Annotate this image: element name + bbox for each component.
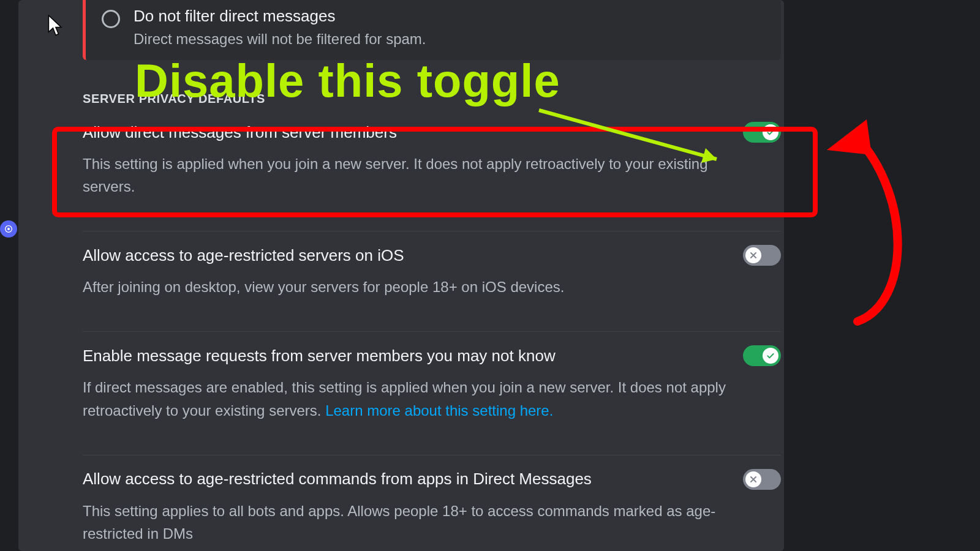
target-icon: [4, 224, 13, 234]
svg-marker-4: [827, 119, 872, 155]
setting-allow-dm-server-members: Allow direct messages from server member…: [83, 122, 781, 217]
server-rail: [0, 0, 18, 551]
divider: [83, 455, 781, 455]
check-icon: [766, 127, 775, 137]
toggle-age-restricted-ios[interactable]: [743, 245, 781, 266]
server-icon[interactable]: [0, 220, 17, 238]
toggle-knob: [745, 471, 761, 487]
setting-title: Enable message requests from server memb…: [83, 346, 556, 366]
radio-title: Do not filter direct messages: [134, 6, 426, 27]
setting-title: Allow direct messages from server member…: [83, 122, 397, 143]
toggle-knob: [763, 124, 778, 140]
toggle-allow-dm[interactable]: [743, 122, 781, 143]
setting-title: Allow access to age-restricted commands …: [83, 469, 592, 489]
x-icon: [748, 474, 758, 484]
radio-desc: Direct messages will not be filtered for…: [134, 28, 426, 50]
setting-age-restricted-ios: Allow access to age-restricted servers o…: [83, 245, 781, 318]
setting-desc: This setting is applied when you join a …: [83, 152, 732, 198]
setting-age-restricted-commands: Allow access to age-restricted commands …: [83, 469, 781, 551]
annotation-curved-arrow: [815, 107, 937, 340]
setting-title: Allow access to age-restricted servers o…: [83, 246, 404, 266]
x-icon: [748, 250, 758, 260]
setting-message-requests: Enable message requests from server memb…: [83, 345, 781, 441]
toggle-message-requests[interactable]: [743, 345, 781, 366]
divider: [83, 231, 781, 231]
svg-point-1: [7, 228, 10, 230]
radio-unchecked-icon: [102, 10, 120, 28]
setting-desc: This setting applies to all bots and app…: [83, 500, 732, 545]
toggle-age-restricted-commands[interactable]: [743, 469, 781, 490]
toggle-knob: [763, 348, 778, 364]
setting-desc: If direct messages are enabled, this set…: [83, 376, 732, 421]
check-icon: [766, 351, 775, 361]
section-header-server-privacy: SERVER PRIVACY DEFAULTS: [83, 92, 781, 106]
setting-desc: After joining on desktop, view your serv…: [83, 276, 732, 298]
divider: [83, 331, 781, 332]
toggle-knob: [745, 247, 761, 263]
learn-more-link[interactable]: Learn more about this setting here.: [325, 402, 553, 419]
settings-panel: Do not filter direct messages Direct mes…: [18, 0, 784, 551]
spam-filter-option-none[interactable]: Do not filter direct messages Direct mes…: [83, 0, 781, 60]
